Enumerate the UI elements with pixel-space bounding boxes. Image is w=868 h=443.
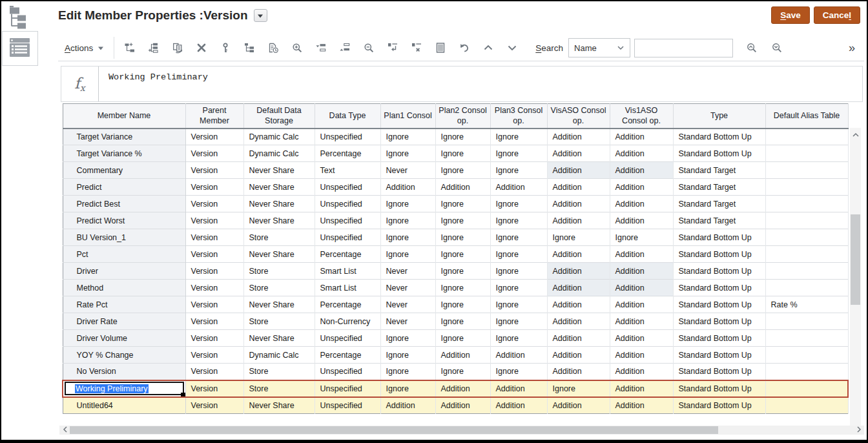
table-cell[interactable]: Ignore [380, 364, 435, 380]
duplicate-member-icon[interactable] [169, 39, 186, 56]
table-cell[interactable]: Predict Best [63, 196, 185, 212]
table-cell[interactable]: Unspecified [315, 364, 380, 380]
table-cell[interactable]: Ignore [490, 145, 547, 162]
table-cell[interactable]: Ignore [490, 296, 547, 313]
table-cell[interactable]: Never Share [243, 296, 315, 313]
table-cell[interactable] [765, 229, 848, 246]
find-previous-icon[interactable] [743, 39, 760, 56]
table-cell[interactable]: Addition [610, 196, 673, 212]
table-cell[interactable]: Ignore [490, 263, 547, 280]
table-cell[interactable]: Never [380, 280, 435, 296]
column-header[interactable]: Plan1 Consol [380, 104, 435, 129]
table-cell[interactable]: Non-Currency [315, 313, 380, 330]
column-header[interactable]: Plan2 Consol op. [435, 104, 490, 129]
table-cell[interactable]: Version [185, 246, 243, 263]
table-cell[interactable] [765, 196, 848, 212]
table-cell[interactable]: Standard Bottom Up [673, 364, 765, 380]
table-cell[interactable]: Ignore [380, 246, 435, 263]
undo-icon[interactable] [456, 39, 473, 56]
table-cell[interactable]: Version [185, 397, 243, 414]
table-cell[interactable]: Standard Target [673, 212, 765, 229]
table-cell[interactable]: Addition [380, 397, 435, 414]
toolbar-overflow-button[interactable]: » [849, 41, 855, 55]
zoom-in-icon[interactable] [289, 39, 305, 56]
table-cell[interactable]: Standard Bottom Up [673, 330, 765, 347]
table-cell[interactable] [765, 145, 848, 162]
scroll-right-button[interactable] [854, 426, 864, 435]
table-cell[interactable]: Ignore [490, 364, 547, 380]
table-cell[interactable]: Percentage [315, 145, 380, 162]
table-cell[interactable]: Working Preliminary [63, 380, 185, 397]
table-row[interactable]: PctVersionNever SharePercentageIgnoreIgn… [63, 246, 848, 263]
move-member-icon[interactable] [241, 39, 258, 56]
table-cell[interactable] [765, 397, 848, 414]
table-cell[interactable]: Driver [63, 263, 185, 280]
table-cell[interactable]: Ignore [610, 229, 673, 246]
table-cell[interactable]: Rate Pct [63, 296, 185, 313]
table-cell[interactable]: Never Share [243, 212, 315, 229]
unpin-column-icon[interactable] [408, 39, 425, 56]
table-cell[interactable]: BU Version_1 [63, 229, 185, 246]
table-cell[interactable]: Store [243, 380, 315, 397]
find-next-icon[interactable] [769, 39, 785, 56]
table-cell[interactable]: Pct [63, 246, 185, 263]
table-cell[interactable]: Version [185, 196, 243, 212]
table-row[interactable]: Target VarianceVersionDynamic CalcUnspec… [63, 129, 848, 145]
table-cell[interactable] [765, 162, 848, 179]
table-cell[interactable]: Unspecified [315, 229, 380, 246]
table-cell[interactable]: Standard Target [673, 196, 765, 212]
table-cell[interactable]: Addition [435, 380, 490, 397]
table-cell[interactable]: Store [243, 313, 315, 330]
table-cell[interactable]: Addition [547, 162, 610, 179]
table-cell[interactable]: Addition [490, 397, 547, 414]
table-cell[interactable]: Addition [547, 313, 610, 330]
hierarchy-icon[interactable] [8, 5, 32, 30]
horizontal-scrollbar-thumb[interactable] [70, 426, 718, 434]
table-cell[interactable]: Unspecified [315, 380, 380, 397]
table-cell[interactable]: Ignore [490, 129, 547, 145]
table-row[interactable]: No VersionVersionStoreUnspecifiedIgnoreI… [63, 364, 848, 380]
column-header[interactable]: Default Data Storage [243, 104, 315, 129]
table-cell[interactable] [765, 364, 848, 380]
table-row[interactable]: Predict BestVersionNever ShareUnspecifie… [63, 196, 848, 212]
move-up-icon[interactable] [480, 39, 497, 56]
table-cell[interactable]: Dynamic Calc [243, 129, 315, 145]
table-cell[interactable]: Unspecified [315, 179, 380, 196]
add-sibling-icon[interactable] [145, 39, 162, 56]
table-cell[interactable]: Commentary [63, 162, 185, 179]
table-cell[interactable]: Driver Rate [63, 313, 185, 330]
table-cell[interactable]: Ignore [435, 246, 490, 263]
pin-column-icon[interactable] [384, 39, 401, 56]
move-down-icon[interactable] [504, 39, 521, 56]
table-cell[interactable]: Version [185, 313, 243, 330]
add-child-icon[interactable] [121, 39, 138, 56]
table-cell[interactable]: Predict Worst [63, 212, 185, 229]
table-cell[interactable]: Ignore [435, 162, 490, 179]
table-cell[interactable]: Ignore [435, 263, 490, 280]
table-cell[interactable]: Unspecified [315, 330, 380, 347]
column-header[interactable]: Type [673, 104, 765, 129]
table-cell[interactable]: Addition [490, 347, 547, 364]
table-cell[interactable]: Unspecified [315, 129, 380, 145]
cancel-button[interactable]: Cancel [814, 6, 860, 24]
table-cell[interactable]: Rate % [765, 296, 848, 313]
horizontal-scrollbar[interactable] [59, 426, 864, 435]
table-cell[interactable]: Standard Bottom Up [673, 145, 765, 162]
column-header[interactable]: VisASO Consol op. [547, 104, 610, 129]
table-cell[interactable]: Ignore [435, 330, 490, 347]
table-cell[interactable]: Store [243, 364, 315, 380]
table-cell[interactable]: Never [380, 162, 435, 179]
table-cell[interactable]: Version [185, 162, 243, 179]
table-cell[interactable]: Ignore [435, 129, 490, 145]
table-row[interactable]: BU Version_1VersionStoreUnspecifiedIgnor… [63, 229, 848, 246]
table-cell[interactable]: Addition [547, 263, 610, 280]
table-cell[interactable]: Version [185, 179, 243, 196]
search-column-select[interactable]: Name [568, 38, 630, 57]
table-cell[interactable]: Ignore [490, 246, 547, 263]
table-row[interactable]: Rate PctVersionNever SharePercentageNeve… [63, 296, 848, 313]
table-cell[interactable]: Method [63, 280, 185, 296]
table-cell[interactable]: Unspecified [315, 212, 380, 229]
table-cell[interactable]: Ignore [435, 145, 490, 162]
table-cell[interactable]: Ignore [490, 313, 547, 330]
table-cell[interactable]: Version [185, 364, 243, 380]
